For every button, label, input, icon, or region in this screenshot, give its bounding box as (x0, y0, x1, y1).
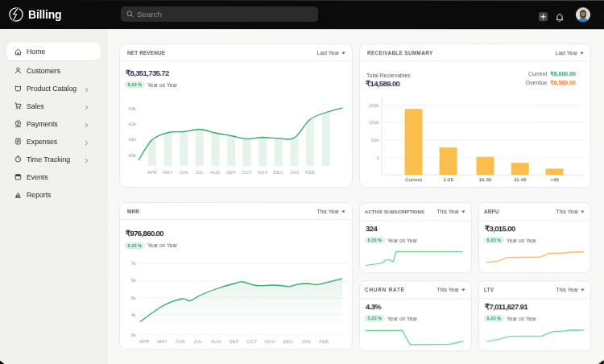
svg-text:40k: 40k (128, 153, 137, 158)
svg-text:42k: 42k (128, 122, 137, 126)
svg-text:NOV: NOV (258, 170, 268, 175)
svg-text:>45: >45 (550, 176, 559, 182)
svg-text:APR: APR (139, 339, 149, 344)
svg-text:JAN: JAN (290, 170, 299, 175)
svg-text:100K: 100K (369, 120, 379, 125)
svg-text:SEP: SEP (226, 170, 236, 175)
svg-text:AUG: AUG (210, 170, 221, 175)
svg-text:APR: APR (147, 170, 157, 175)
svg-text:6k: 6k (131, 278, 137, 283)
svg-text:1-25: 1-25 (443, 176, 453, 182)
svg-text:JAN: JAN (301, 339, 310, 344)
svg-text:50K: 50K (371, 138, 379, 143)
svg-text:150K: 150K (369, 103, 379, 108)
svg-text:16-30: 16-30 (479, 176, 492, 182)
svg-text:0: 0 (377, 155, 379, 160)
svg-text:SEP: SEP (230, 339, 239, 344)
svg-text:5k: 5k (131, 296, 137, 300)
svg-text:OCT: OCT (247, 339, 258, 344)
svg-text:31-45: 31-45 (514, 176, 527, 182)
svg-text:OCT: OCT (242, 170, 252, 175)
svg-text:7k: 7k (131, 261, 137, 266)
svg-text:JUL: JUL (194, 339, 203, 344)
svg-text:DEC: DEC (283, 339, 293, 344)
svg-text:JUL: JUL (195, 170, 204, 175)
svg-text:Current: Current (405, 176, 422, 182)
svg-text:AUG: AUG (211, 339, 221, 344)
svg-text:FEB: FEB (319, 339, 329, 344)
svg-text:FEB: FEB (305, 170, 315, 175)
svg-text:MAY: MAY (163, 170, 173, 175)
svg-text:41k: 41k (128, 137, 137, 142)
svg-text:MAY: MAY (157, 339, 168, 344)
svg-text:JUN: JUN (176, 339, 185, 344)
svg-text:NOV: NOV (265, 339, 275, 344)
svg-text:DEC: DEC (273, 170, 283, 175)
svg-text:0k: 0k (131, 333, 137, 337)
svg-text:43k: 43k (128, 106, 137, 111)
svg-text:4k: 4k (131, 312, 137, 317)
svg-text:JUN: JUN (179, 170, 188, 175)
